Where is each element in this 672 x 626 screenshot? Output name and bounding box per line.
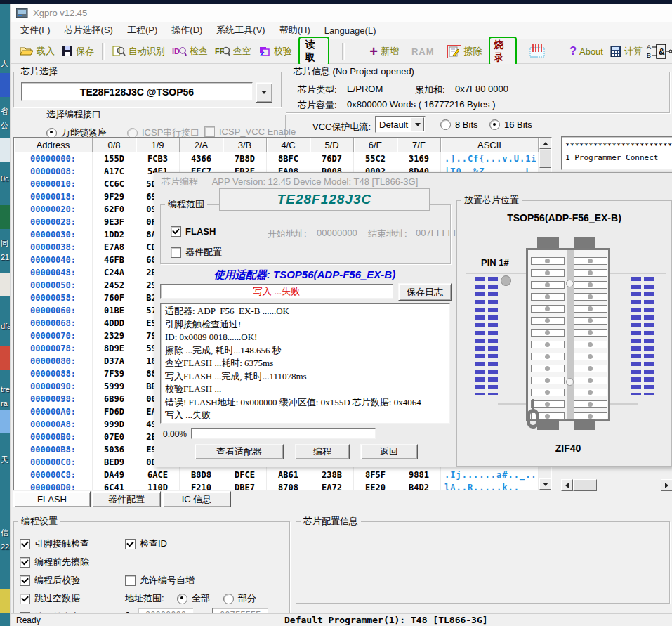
- hex-data-cell[interactable]: 155D: [93, 152, 136, 165]
- check-id-checkbox[interactable]: 检查ID: [125, 537, 167, 550]
- scrollbar-thumb[interactable]: [539, 150, 551, 168]
- hex-column-header[interactable]: ASCII: [441, 138, 539, 152]
- settings-checkbox-4[interactable]: 跳过空数据: [20, 592, 80, 605]
- title-bar[interactable]: Xgpro v12.45: [11, 4, 672, 22]
- hex-data-cell[interactable]: F210: [180, 481, 223, 490]
- hex-data-cell[interactable]: 999D: [93, 418, 136, 431]
- menu-item[interactable]: 工程(P): [120, 22, 164, 39]
- toolbar-button-erase[interactable]: 擦除: [444, 44, 486, 60]
- tab-device-config[interactable]: 器件配置: [92, 491, 161, 507]
- scroll-left-button[interactable]: [561, 479, 573, 491]
- hex-data-cell[interactable]: 6ACE: [136, 469, 180, 481]
- checkbox-box[interactable]: [20, 539, 30, 549]
- hex-data-cell[interactable]: B4D2: [397, 481, 441, 490]
- toolbar-button-save[interactable]: 保存: [58, 44, 98, 59]
- radio-dot[interactable]: [489, 119, 500, 130]
- hex-data-cell[interactable]: FD6D: [93, 405, 136, 418]
- hex-data-cell[interactable]: 1DD2: [93, 228, 136, 241]
- menu-item[interactable]: 操作(D): [164, 22, 209, 39]
- hex-data-cell[interactable]: 6C41: [93, 481, 136, 490]
- vcc-current-combobox[interactable]: Default: [375, 116, 426, 133]
- toolbar-button-check-id[interactable]: ID 检查: [169, 44, 211, 59]
- hex-data-cell[interactable]: 238B: [310, 469, 354, 481]
- radio-dot[interactable]: [440, 119, 451, 130]
- checkbox-box[interactable]: [125, 575, 136, 586]
- hex-data-cell[interactable]: 7B8D: [223, 152, 267, 165]
- hex-data-cell[interactable]: 8D9E: [93, 342, 136, 355]
- toolbar-button-read[interactable]: 读取: [298, 37, 330, 66]
- hex-data-cell[interactable]: DA49: [93, 469, 136, 481]
- toolbar-button-blank-check[interactable]: FF 查空: [211, 44, 255, 59]
- logic-gate-icon[interactable]: A B &: [646, 42, 672, 60]
- bits-16-radio[interactable]: 16 Bits: [489, 119, 532, 130]
- hex-data-cell[interactable]: 8F5F: [354, 469, 397, 481]
- scrollbar-thumb[interactable]: [573, 479, 597, 491]
- hex-data-cell[interactable]: 9E3F: [93, 216, 136, 228]
- hex-column-header[interactable]: 6/E: [354, 138, 397, 152]
- hex-data-cell[interactable]: EA72: [310, 481, 354, 490]
- operation-log[interactable]: 适配器: ADP_F56_EX-B ......OK引脚接触检查通过!ID: 0…: [160, 303, 450, 424]
- toolbar-button-add[interactable]: + 新增: [366, 44, 402, 59]
- checkbox-box[interactable]: [171, 247, 181, 258]
- hex-data-cell[interactable]: 5999: [93, 380, 136, 393]
- program-button[interactable]: 编程: [295, 444, 350, 459]
- toolbar-button-burn[interactable]: 烧录: [489, 37, 518, 66]
- hex-column-header[interactable]: 4/C: [267, 138, 310, 152]
- tab-flash[interactable]: FLASH: [13, 491, 91, 507]
- vcc-dropdown-button[interactable]: [411, 117, 424, 131]
- hex-column-header[interactable]: 1/9: [136, 138, 180, 152]
- scroll-down-button[interactable]: [539, 478, 551, 490]
- chip-select-combobox[interactable]: TE28F128J3C @TSOP56: [21, 82, 253, 101]
- device-config-range-checkbox[interactable]: 器件配置: [171, 246, 222, 259]
- hex-column-header[interactable]: 7/F: [397, 138, 441, 152]
- hex-data-cell[interactable]: 8BFC: [267, 152, 310, 165]
- view-adapter-button[interactable]: 查看适配器: [195, 444, 284, 459]
- hex-data-cell[interactable]: FCB3: [136, 152, 180, 165]
- hex-data-cell[interactable]: 760F: [93, 292, 136, 304]
- bits-8-radio[interactable]: 8 Bits: [440, 119, 478, 130]
- checkbox-box[interactable]: [20, 594, 30, 604]
- hex-data-cell[interactable]: AB61: [267, 469, 310, 481]
- hex-data-cell[interactable]: 76D7: [310, 152, 354, 165]
- hex-data-cell[interactable]: 46FB: [93, 254, 136, 266]
- checkbox-box[interactable]: [20, 575, 30, 586]
- hex-data-cell[interactable]: 5036: [93, 443, 136, 456]
- hex-row[interactable]: 00000000:155DFCB343667B8D8BFC76D755C2316…: [14, 152, 540, 165]
- toolbar-button-socket[interactable]: [525, 43, 549, 60]
- toolbar-button-load[interactable]: 载入: [16, 44, 58, 59]
- hex-data-cell[interactable]: C24A: [93, 266, 136, 279]
- settings-checkbox-1[interactable]: 引脚接触检查: [20, 537, 89, 550]
- hex-data-cell[interactable]: 6B96: [93, 393, 136, 405]
- hex-data-cell[interactable]: E7A8: [93, 241, 136, 254]
- tab-ic-info[interactable]: IC 信息: [162, 491, 231, 507]
- hex-column-header[interactable]: 3/B: [223, 138, 267, 152]
- hex-data-cell[interactable]: 2452: [93, 279, 136, 292]
- hex-data-cell[interactable]: EE20: [354, 481, 397, 490]
- hex-data-cell[interactable]: 9F29: [93, 190, 136, 203]
- settings-checkbox-2[interactable]: 编程前先擦除: [20, 556, 89, 568]
- hex-row[interactable]: 000000D0:6C41110DF210DBE78708EA72EE20B4D…: [14, 481, 540, 490]
- hex-data-cell[interactable]: CC6C: [93, 178, 136, 190]
- checkbox-box[interactable]: [125, 539, 136, 549]
- hex-data-cell[interactable]: 4366: [180, 152, 223, 165]
- toolbar-button-about[interactable]: ? About: [566, 44, 607, 59]
- radio-dot[interactable]: [223, 594, 234, 604]
- hex-column-header[interactable]: 2/A: [180, 138, 223, 152]
- toolbar-button-calc[interactable]: 计算: [607, 44, 646, 59]
- chip-select-dropdown-button[interactable]: [256, 82, 272, 103]
- hex-data-cell[interactable]: 7F39: [93, 367, 136, 380]
- back-button[interactable]: 返回: [360, 444, 418, 459]
- horizontal-scrollbar[interactable]: [561, 479, 672, 491]
- hex-data-cell[interactable]: DBE7: [223, 481, 267, 490]
- hex-data-cell[interactable]: B8D8: [180, 469, 223, 481]
- save-log-button[interactable]: 保存日志: [398, 283, 452, 301]
- hex-data-cell[interactable]: DFCE: [223, 469, 267, 481]
- hex-column-header[interactable]: 5/D: [310, 138, 354, 152]
- menu-item[interactable]: Language(L): [317, 23, 383, 38]
- hex-data-cell[interactable]: 2329: [93, 330, 136, 342]
- toolbar-button-auto-detect[interactable]: 自动识别: [109, 44, 169, 59]
- range-all-radio[interactable]: 全部: [177, 592, 210, 605]
- menu-item[interactable]: 文件(F): [13, 22, 58, 39]
- checkbox-box[interactable]: [171, 226, 181, 237]
- radio-dot[interactable]: [177, 594, 187, 604]
